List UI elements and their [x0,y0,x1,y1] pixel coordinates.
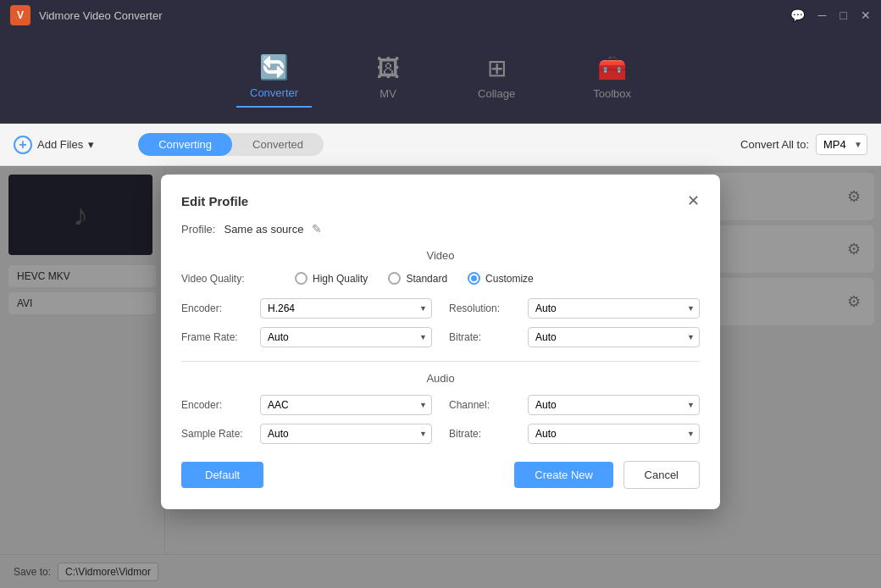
profile-label: Profile: [181,223,215,236]
radio-customize-text: Customize [485,273,534,285]
modal-header: Edit Profile ✕ [181,191,700,210]
channel-field: Channel: Auto [449,395,700,415]
divider [181,361,700,362]
tab-converting[interactable]: Converting [138,133,232,156]
toolbar: + Add Files ▾ Converting Converted Conve… [0,124,881,166]
nav-collage-label: Collage [478,87,515,100]
encoder-select-wrapper: H.264 [260,298,432,319]
nav-toolbox-label: Toolbox [593,87,631,100]
video-bitrate-field: Bitrate: Auto [449,327,700,347]
profile-row: Profile: Same as source ✎ [181,222,700,236]
audio-bitrate-field: Bitrate: Auto [449,424,700,444]
toolbox-icon: 🧰 [597,54,627,82]
edit-pencil-icon[interactable]: ✎ [312,222,322,236]
mv-icon: 🖼 [376,54,400,82]
resolution-label: Resolution: [449,302,521,314]
audio-encoder-select-wrapper: AAC [260,395,432,415]
encoder-field: Encoder: H.264 [181,298,432,319]
nav-mv[interactable]: 🖼 MV [363,47,413,107]
channel-select[interactable]: Auto [528,395,700,415]
nav-converter[interactable]: 🔄 Converter [236,47,312,108]
window-controls: 💬 ─ □ ✕ [790,8,871,22]
radio-standard[interactable]: Standard [388,272,447,285]
audio-section-title: Audio [181,372,700,385]
sample-rate-select[interactable]: Auto [260,424,432,444]
app-title: Vidmore Video Converter [39,9,790,22]
edit-profile-modal: Edit Profile ✕ Profile: Same as source ✎… [161,175,720,509]
encoder-label: Encoder: [181,302,253,314]
app-logo: V [10,5,30,25]
format-select[interactable]: MP4 [816,134,867,155]
footer-right-buttons: Create New Cancel [514,461,700,489]
nav-toolbox[interactable]: 🧰 Toolbox [579,47,645,107]
create-new-button[interactable]: Create New [514,462,613,488]
channel-label: Channel: [449,399,521,411]
channel-select-wrapper: Auto [528,395,700,415]
convert-all-group: Convert All to: MP4 [740,134,867,155]
add-files-chevron: ▾ [88,138,94,151]
frame-rate-label: Frame Rate: [181,331,253,343]
frame-rate-select-wrapper: Auto [260,327,432,347]
add-files-label: Add Files [37,138,83,151]
plus-icon: + [14,136,32,154]
radio-customize[interactable]: Customize [468,272,534,285]
encoder-select[interactable]: H.264 [260,298,432,319]
modal-title: Edit Profile [181,194,248,208]
audio-form: Encoder: AAC Channel: Auto [181,395,700,444]
audio-encoder-label: Encoder: [181,399,253,411]
sample-rate-select-wrapper: Auto [260,424,432,444]
collage-icon: ⊞ [487,54,507,82]
close-icon[interactable]: ✕ [861,8,871,22]
video-bitrate-label: Bitrate: [449,331,521,343]
cancel-button[interactable]: Cancel [623,461,700,489]
audio-bitrate-select-wrapper: Auto [528,424,700,444]
resolution-select[interactable]: Auto [528,298,700,319]
video-quality-label: Video Quality: [181,273,274,285]
video-bitrate-select[interactable]: Auto [528,327,700,347]
sample-rate-label: Sample Rate: [181,428,253,440]
modal-close-button[interactable]: ✕ [687,191,700,210]
audio-bitrate-label: Bitrate: [449,428,521,440]
resolution-select-wrapper: Auto [528,298,700,319]
sample-rate-field: Sample Rate: Auto [181,424,432,444]
modal-overlay: Edit Profile ✕ Profile: Same as source ✎… [0,166,881,588]
tab-group: Converting Converted [138,133,324,156]
format-select-wrapper: MP4 [816,134,867,155]
radio-high-text: High Quality [313,273,368,285]
restore-icon[interactable]: □ [840,8,847,22]
add-files-button[interactable]: + Add Files ▾ [14,136,94,154]
audio-bitrate-select[interactable]: Auto [528,424,700,444]
audio-encoder-field: Encoder: AAC [181,395,432,415]
radio-standard-text: Standard [406,273,447,285]
frame-rate-select[interactable]: Auto [260,327,432,347]
resolution-field: Resolution: Auto [449,298,700,319]
nav-mv-label: MV [380,87,396,100]
frame-rate-field: Frame Rate: Auto [181,327,432,347]
video-bitrate-select-wrapper: Auto [528,327,700,347]
chat-icon[interactable]: 💬 [790,8,805,22]
main-content: ♪ HEVC MKV AVI 720P ▶ Encoder: H.264 Res… [0,166,881,588]
tab-converted[interactable]: Converted [232,133,324,156]
converter-icon: 🔄 [259,53,289,81]
video-section-title: Video [181,249,700,262]
title-bar: V Vidmore Video Converter 💬 ─ □ ✕ [0,0,881,31]
radio-btn-high [295,272,308,285]
profile-value: Same as source [224,223,303,236]
minimize-icon[interactable]: ─ [818,8,827,22]
radio-btn-customize [468,272,480,285]
default-button[interactable]: Default [181,462,263,488]
convert-all-label: Convert All to: [740,138,809,151]
nav-converter-label: Converter [250,86,298,99]
modal-footer: Default Create New Cancel [181,461,700,489]
radio-btn-standard [388,272,401,285]
video-form: Encoder: H.264 Resolution: Auto [181,298,700,347]
radio-high-quality[interactable]: High Quality [295,272,368,285]
nav-bar: 🔄 Converter 🖼 MV ⊞ Collage 🧰 Toolbox [0,31,881,124]
audio-encoder-select[interactable]: AAC [260,395,432,415]
video-quality-group: Video Quality: High Quality Standard Cus… [181,272,700,285]
nav-collage[interactable]: ⊞ Collage [464,47,529,107]
